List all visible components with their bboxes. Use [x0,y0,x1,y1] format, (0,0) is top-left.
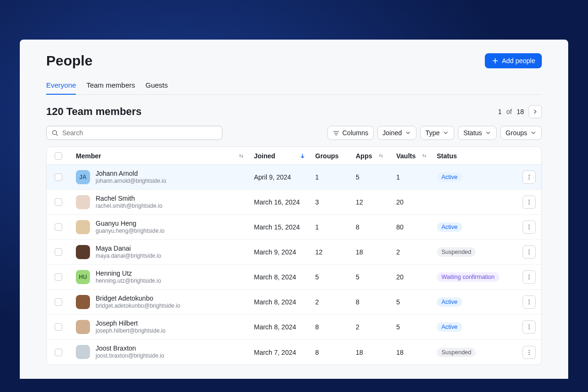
col-status[interactable]: Status [437,152,457,160]
tabs: Everyone Team members Guests [46,77,542,95]
svg-point-17 [529,302,530,302]
pager-next-button[interactable] [529,105,542,118]
chevron-down-icon [530,130,537,136]
table-row[interactable]: Maya Danaimaya.danai@brightside.ioMarch … [47,240,541,265]
filter-joined-button[interactable]: Joined [377,126,416,140]
avatar: JA [76,170,90,184]
row-checkbox[interactable] [55,323,62,331]
cell-groups: 5 [315,273,356,281]
row-checkbox[interactable] [55,248,62,256]
cell-vaults: 2 [396,248,437,256]
sort-down-icon[interactable] [299,153,306,159]
col-member[interactable]: Member [76,152,101,160]
subhead-count: 120 Team members [46,106,142,118]
cell-status: Active [437,322,517,332]
cell-status: Suspended [437,247,517,257]
row-more-button[interactable] [523,245,536,259]
cell-groups: 3 [315,198,356,206]
avatar [76,295,90,309]
svg-point-12 [529,253,530,254]
cell-groups: 8 [315,349,356,356]
table-row[interactable]: Joost Braxtonjoost.braxton@brightside.io… [47,340,541,365]
row-more-button[interactable] [523,295,536,309]
columns-button[interactable]: Columns [327,126,374,140]
col-joined[interactable]: Joined [254,152,275,160]
avatar [76,320,90,334]
sort-icon[interactable] [378,153,384,159]
row-more-button[interactable] [523,196,536,209]
svg-point-10 [529,250,530,251]
member-email: bridget.adetokunbo@brightside.io [96,302,180,310]
columns-label: Columns [343,129,368,137]
sort-icon[interactable] [238,153,245,159]
svg-point-1 [529,175,530,176]
cell-groups: 8 [315,323,356,331]
search-input[interactable] [62,129,217,137]
row-checkbox[interactable] [55,298,62,306]
more-vertical-icon [526,199,532,205]
row-more-button[interactable] [523,270,536,284]
filter-status-button[interactable]: Status [458,126,497,140]
col-groups[interactable]: Groups [315,152,339,160]
svg-point-7 [529,225,530,226]
cell-joined: March 7, 2024 [254,349,315,356]
tab-guests[interactable]: Guests [146,77,168,95]
sort-icon[interactable] [421,153,427,159]
member-name: Rachel Smith [96,195,163,203]
cell-apps: 8 [356,223,396,231]
tab-team-members[interactable]: Team members [86,77,135,95]
table-row[interactable]: JAJohann Arnoldjohann.arnold@brightside.… [47,165,541,190]
row-more-button[interactable] [523,220,536,234]
more-vertical-icon [526,174,532,180]
svg-point-0 [52,131,57,135]
row-more-button[interactable] [523,346,536,359]
search-box[interactable] [46,126,222,140]
filter-type-button[interactable]: Type [420,126,454,140]
cell-joined: April 9, 2024 [254,173,315,181]
filter-group: Columns Joined Type Status Groups [327,126,542,140]
table-row[interactable]: Guanyu Hengguanyu.heng@brightside.ioMarc… [47,215,541,240]
cell-groups: 2 [315,298,356,306]
filter-type-label: Type [425,129,440,137]
col-vaults[interactable]: Vaults [396,152,416,160]
cell-apps: 18 [356,248,396,256]
table-row[interactable]: Joseph Hilbertjoseph.hilbert@brightside.… [47,315,541,340]
filter-groups-button[interactable]: Groups [500,126,542,140]
table-row[interactable]: HUHenning Utzhenning.utz@brightside.ioMa… [47,265,541,290]
member-email: maya.danai@brightside.io [96,253,161,260]
svg-point-19 [529,325,530,326]
row-checkbox[interactable] [55,173,62,181]
cell-apps: 2 [356,323,396,331]
cell-apps: 12 [356,198,396,206]
table-row[interactable]: Rachel Smithrachel.smith@brightside.ioMa… [47,190,541,215]
row-more-button[interactable] [523,171,536,184]
row-checkbox[interactable] [55,198,62,206]
status-badge: Waiting confirmation [437,272,499,282]
svg-point-13 [529,275,530,276]
row-checkbox[interactable] [55,223,62,231]
table-row[interactable]: Bridget Adetokunbobridget.adetokunbo@bri… [47,290,541,315]
chevron-down-icon [442,130,449,136]
add-people-button[interactable]: Add people [485,53,542,68]
member-email: rachel.smith@brightside.io [96,203,163,210]
more-vertical-icon [526,274,532,280]
chevron-right-icon [532,108,539,115]
table-header: Member Joined Groups Apps Vaults [47,147,541,165]
status-badge: Suspended [437,348,476,357]
tab-everyone[interactable]: Everyone [46,77,76,95]
row-more-button[interactable] [523,320,536,334]
cell-apps: 18 [356,349,396,356]
more-vertical-icon [526,324,532,330]
svg-point-11 [529,252,530,253]
cell-vaults: 5 [396,323,437,331]
row-checkbox[interactable] [55,349,62,356]
status-badge: Active [437,172,462,182]
select-all-checkbox[interactable] [55,152,62,160]
chevron-down-icon [405,130,411,136]
people-panel: People Add people Everyone Team members … [20,40,568,379]
header-row: People Add people [46,53,542,69]
row-checkbox[interactable] [55,273,62,281]
filter-status-label: Status [463,129,482,137]
col-apps[interactable]: Apps [356,152,372,160]
svg-point-4 [529,200,530,201]
